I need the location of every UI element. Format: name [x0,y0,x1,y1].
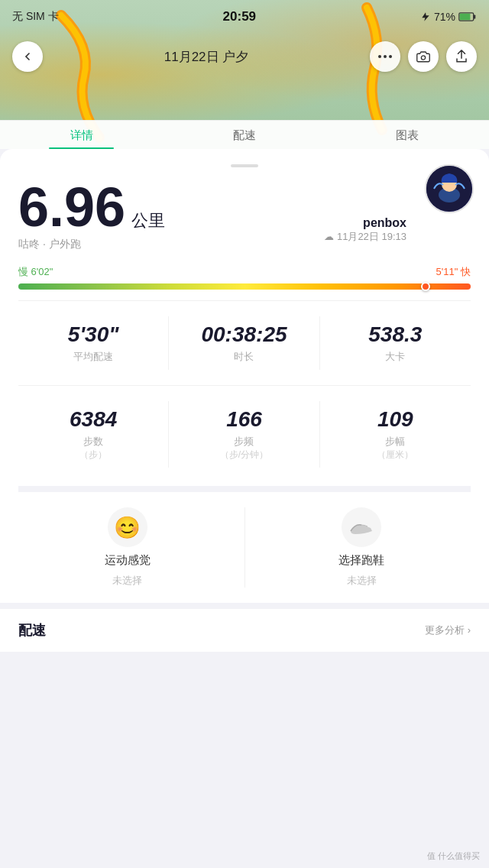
more-button[interactable] [370,41,400,72]
stat-duration: 00:38:25 时长 [169,316,319,370]
avatar [425,164,474,213]
feel-label: 运动感觉 [105,553,151,568]
svg-point-4 [378,55,381,58]
more-analysis-link[interactable]: 更多分析 › [425,623,471,637]
pace-fast-label: 5'11" 快 [436,265,471,279]
back-button[interactable] [12,41,43,72]
feel-shoes-section: 😊 运动感觉 未选择 选择跑鞋 未选择 [0,492,489,609]
card-handle [231,164,258,167]
svg-point-5 [384,55,387,58]
cadence-value: 166 [169,407,319,432]
stat-avg-pace: 5'30" 平均配速 [18,316,169,370]
carrier: 无 SIM 卡 [12,10,59,24]
status-bar: 无 SIM 卡 20:59 71% [0,0,489,34]
stride-label: 步幅 [320,435,471,449]
avg-pace-value: 5'30" [18,322,168,347]
nav-actions [370,41,477,72]
feel-divider [244,507,245,588]
pace-section-header: 配速 更多分析 › [0,609,489,652]
tabs-bar: 详情 配速 图表 [0,120,489,149]
svg-point-7 [421,56,425,60]
pace-bar-section: 慢 6'02" 5'11" 快 [18,256,471,301]
stat-steps: 6384 步数 （步） [18,401,169,468]
main-card: 6.96 公里 咕咚 · 户外跑 penbox ☁ 11月22日 19:13 慢… [0,149,489,492]
watermark: 值 什么值得买 [427,850,480,862]
time: 20:59 [223,9,256,24]
cadence-label: 步频 [169,435,319,449]
battery: 71% [420,11,477,23]
stat-stride: 109 步幅 （厘米） [320,401,471,468]
stride-sublabel: （厘米） [320,449,471,462]
avg-pace-label: 平均配速 [18,350,168,364]
stride-value: 109 [320,407,471,432]
tab-chart[interactable]: 图表 [326,121,489,149]
top-nav: 11月22日 户夕 [0,34,489,79]
share-button[interactable] [446,41,477,72]
svg-rect-2 [474,15,476,18]
pace-gradient-bar [18,283,471,290]
stats-row-2: 6384 步数 （步） 166 步频 （步/分钟） 109 步幅 （厘米） [18,386,471,492]
map-header: 无 SIM 卡 20:59 71% 11月22日 户夕 详情 [0,0,489,149]
cadence-sublabel: （步/分钟） [169,449,319,462]
shoes-item[interactable]: 选择跑鞋 未选择 [253,507,471,588]
shoes-value: 未选择 [347,574,377,588]
pace-section-title: 配速 [18,621,46,640]
duration-label: 时长 [169,350,319,364]
feel-icon: 😊 [108,507,147,547]
feel-item[interactable]: 😊 运动感觉 未选择 [18,507,237,588]
steps-label: 步数 [18,435,168,449]
camera-button[interactable] [408,41,439,72]
shoes-label: 选择跑鞋 [338,553,384,568]
distance-unit: 公里 [131,209,165,232]
pace-marker [421,282,430,291]
distance-value: 6.96 [18,180,125,235]
tab-detail[interactable]: 详情 [0,121,163,149]
svg-rect-3 [460,14,471,21]
calories-label: 大卡 [320,350,471,364]
duration-value: 00:38:25 [169,322,319,347]
steps-sublabel: （步） [18,449,168,462]
shoes-icon [342,507,381,547]
svg-marker-0 [422,12,429,21]
feel-value: 未选择 [112,574,142,588]
pace-slow-label: 慢 6'02" [18,265,53,279]
tab-pace[interactable]: 配速 [163,121,325,149]
nav-title: 11月22日 户夕 [164,48,249,66]
svg-point-6 [389,55,392,58]
stats-row-1: 5'30" 平均配速 00:38:25 时长 538.3 大卡 [18,301,471,386]
stat-cadence: 166 步频 （步/分钟） [169,401,319,468]
steps-value: 6384 [18,407,168,432]
calories-value: 538.3 [320,322,471,347]
stat-calories: 538.3 大卡 [320,316,471,370]
